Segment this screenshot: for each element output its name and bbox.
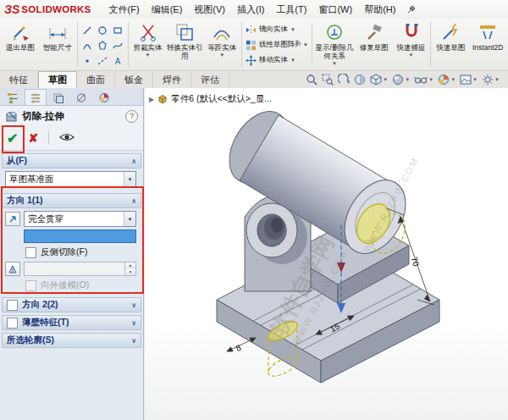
- view-orientation-button[interactable]: ▼: [370, 74, 388, 86]
- spin-up-icon[interactable]: ▲: [125, 262, 135, 269]
- quick-snaps-button[interactable]: 快速捕捉 ▼: [393, 19, 430, 58]
- mirror-entities-button[interactable]: 镜向实体 ▼: [243, 23, 311, 36]
- section-from-header[interactable]: 从(F) ∧: [2, 153, 141, 169]
- caret-down-icon: ▼: [219, 52, 224, 58]
- menu-tools[interactable]: 工具(T): [270, 0, 312, 19]
- section-direction1-header[interactable]: 方向 1(1) ∧: [2, 193, 141, 208]
- toolbar-separator: [430, 22, 431, 67]
- exit-sketch-button[interactable]: 退出草图: [2, 19, 39, 52]
- thin-feature-checkbox[interactable]: [7, 318, 18, 329]
- dimension-8[interactable]: 8: [227, 338, 256, 353]
- direction-reference-field[interactable]: [24, 229, 136, 243]
- dimxpert-manager-tab[interactable]: [70, 89, 92, 105]
- section-thin-feature-header[interactable]: 薄壁特征(T) ∨: [2, 315, 141, 330]
- flip-side-to-cut-checkbox[interactable]: [25, 247, 36, 258]
- hide-show-items-button[interactable]: ▼: [414, 74, 433, 86]
- section-selected-contours-header[interactable]: 所选轮廓(S) ∨: [2, 333, 141, 348]
- tab-sheet-metal[interactable]: 钣金: [115, 72, 153, 88]
- caret-down-icon: ▼: [428, 77, 433, 82]
- menu-insert[interactable]: 插入(I): [231, 0, 270, 19]
- feature-tree-tab[interactable]: [2, 89, 24, 105]
- model-view[interactable]: 70 15 8 软件自学网 WWW.RJZXW.COM WWW.RJZXW.CO…: [145, 88, 508, 420]
- tab-evaluate[interactable]: 评估: [191, 72, 229, 88]
- caret-down-icon: ▼: [405, 77, 410, 82]
- end-condition-combobox[interactable]: 完全贯穿 ▼: [24, 211, 136, 227]
- feature-title: 切除-拉伸: [22, 110, 64, 123]
- draft-angle-spinner[interactable]: ▲▼: [124, 262, 135, 275]
- caret-down-icon: ▼: [290, 58, 295, 63]
- chevron-down-icon: ∨: [131, 319, 136, 327]
- zoom-to-fit-button[interactable]: [306, 74, 318, 86]
- menu-view[interactable]: 视图(V): [188, 0, 231, 19]
- pin-menu-icon[interactable]: [406, 5, 416, 14]
- ok-button[interactable]: ✔: [7, 130, 18, 146]
- point-tool-button[interactable]: [80, 53, 95, 68]
- smart-dimension-button[interactable]: 智能尺寸: [39, 19, 76, 52]
- section-direction2-header[interactable]: 方向 2(2) ∨: [2, 297, 141, 312]
- move-entities-button[interactable]: 移动实体 ▼: [243, 53, 311, 67]
- draft-button[interactable]: [5, 262, 20, 276]
- view-settings-button[interactable]: ▼: [482, 74, 500, 86]
- caret-down-icon: ▼: [409, 52, 414, 58]
- zoom-to-area-button[interactable]: [322, 74, 334, 86]
- menu-file[interactable]: 文件(F): [103, 0, 146, 19]
- dimxpert-icon: [75, 92, 87, 103]
- cancel-button[interactable]: ✘: [28, 131, 38, 145]
- display-delete-relations-button[interactable]: 显示/删除几何关系 ▼: [313, 19, 356, 66]
- tab-features[interactable]: 特征: [0, 72, 38, 88]
- combo-caret-icon: ▼: [124, 172, 135, 186]
- repair-sketch-button[interactable]: 修复草图: [356, 19, 393, 52]
- text-tool-button[interactable]: A: [111, 53, 125, 68]
- dim-70-text[interactable]: 70: [409, 256, 421, 268]
- display-manager-tab[interactable]: [93, 89, 115, 105]
- caret-down-icon: ▼: [494, 77, 500, 82]
- previous-view-button[interactable]: [338, 74, 350, 86]
- centerline-tool-button[interactable]: [96, 53, 110, 68]
- help-icon[interactable]: ?: [125, 110, 138, 123]
- instant2d-button[interactable]: Instant2D: [469, 19, 506, 52]
- rapid-sketch-button[interactable]: 快速草图: [432, 19, 469, 52]
- solidworks-logo: ЗS SOLIDWORKS: [4, 3, 91, 16]
- instant2d-icon: [478, 22, 498, 42]
- feature-tree-icon: [7, 92, 19, 103]
- display-style-button[interactable]: ▼: [392, 74, 410, 86]
- linear-pattern-icon: [246, 40, 257, 51]
- dim-8-text[interactable]: 8: [235, 342, 243, 353]
- graphics-viewport[interactable]: ▶ 零件6 (默认<<默认>_显...: [145, 88, 508, 420]
- pattern-tools-stack: 镜向实体 ▼ 线性草图阵列 ▼ 移动实体 ▼: [243, 19, 311, 67]
- trim-entities-button[interactable]: 剪裁实体 ▼: [130, 19, 167, 58]
- section-direction1-body: 完全贯穿 ▼ 反侧切除(F) ▲▼ 向外拔模(O): [0, 208, 143, 295]
- configuration-manager-tab[interactable]: [47, 89, 69, 105]
- draft-outward-checkbox[interactable]: [25, 280, 36, 291]
- menu-edit[interactable]: 编辑(E): [146, 0, 189, 19]
- expand-icon[interactable]: ▶: [149, 96, 154, 103]
- circle-tool-button[interactable]: [96, 23, 110, 37]
- tab-surfaces[interactable]: 曲面: [77, 72, 115, 88]
- line-tool-button[interactable]: [80, 23, 95, 37]
- property-manager-tab[interactable]: [25, 89, 47, 105]
- detailed-preview-button[interactable]: [59, 132, 75, 144]
- polygon-tool-button[interactable]: [96, 38, 110, 52]
- convert-entities-button[interactable]: 转换实体引用: [166, 19, 203, 61]
- reverse-direction-button[interactable]: [5, 212, 20, 226]
- rectangle-tool-button[interactable]: [111, 23, 125, 37]
- flyout-feature-tree[interactable]: ▶ 零件6 (默认<<默认>_显...: [149, 93, 272, 105]
- direction2-checkbox[interactable]: [7, 300, 18, 311]
- edit-appearance-button[interactable]: ▼: [438, 74, 456, 86]
- property-manager-icon: [30, 92, 41, 103]
- section-view-button[interactable]: [354, 74, 366, 86]
- spline-tool-button[interactable]: [111, 38, 125, 52]
- tab-weldments[interactable]: 焊件: [153, 72, 191, 88]
- linear-sketch-pattern-button[interactable]: 线性草图阵列 ▼: [243, 38, 311, 52]
- caret-down-icon: ▼: [303, 42, 308, 47]
- arc-tool-button[interactable]: [80, 38, 95, 52]
- menu-window[interactable]: 窗口(W): [312, 0, 358, 19]
- start-condition-combobox[interactable]: 草图基准面 ▼: [5, 171, 136, 187]
- tab-sketch[interactable]: 草图: [38, 71, 77, 88]
- offset-entities-button[interactable]: 等距实体 ▼: [203, 19, 240, 58]
- spin-down-icon[interactable]: ▼: [125, 269, 135, 276]
- quick-snaps-icon: [401, 22, 422, 42]
- menu-help[interactable]: 帮助(H): [358, 0, 401, 19]
- apply-scene-button[interactable]: ▼: [460, 74, 478, 86]
- draft-angle-field[interactable]: ▲▼: [24, 262, 136, 276]
